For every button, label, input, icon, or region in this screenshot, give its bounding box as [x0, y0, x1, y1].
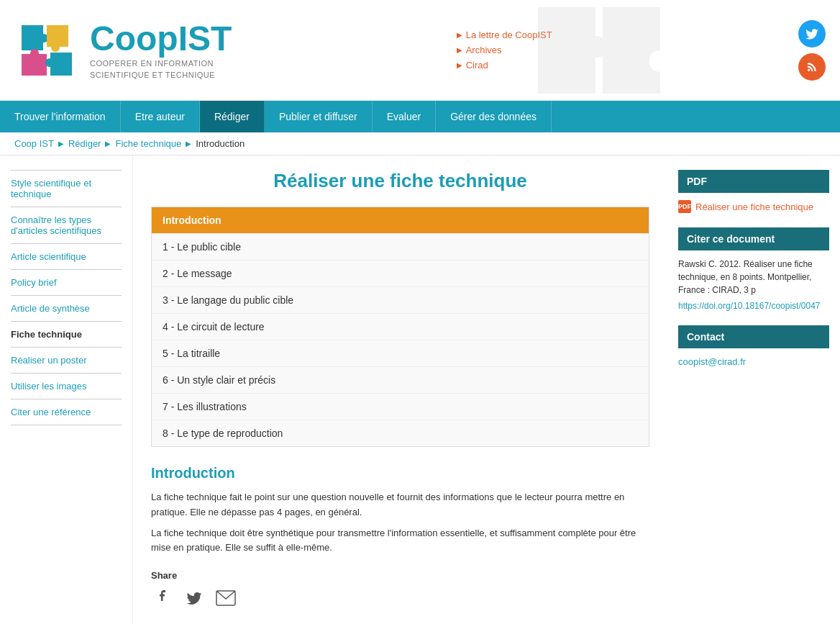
sidebar-item-images[interactable]: Utiliser les images [11, 374, 122, 399]
toc-item-2[interactable]: 2 - Le message [152, 261, 649, 287]
twitter-share-icon [186, 589, 203, 607]
sidebar-item-fiche[interactable]: Fiche technique [11, 322, 122, 348]
nav-item-publier[interactable]: Publier et diffuser [265, 101, 373, 132]
bc-link-fiche[interactable]: Fiche technique [115, 138, 181, 149]
toc-item-7[interactable]: 7 - Les illustrations [152, 394, 649, 420]
bc-link-rediger[interactable]: Rédiger [68, 138, 101, 149]
cite-box: Citer ce document Rawski C. 2012. Réalis… [678, 227, 829, 311]
twitter-button[interactable] [798, 20, 826, 48]
pdf-box-title: PDF [678, 170, 829, 193]
sidebar-item-style[interactable]: Style scientifique et technique [11, 170, 122, 207]
toc: Introduction 1 - Le public cible 2 - Le … [151, 207, 649, 447]
toc-item-1[interactable]: 1 - Le public cible [152, 234, 649, 261]
facebook-icon [154, 588, 171, 608]
pdf-link-label: Réaliser une fiche technique [695, 202, 813, 212]
contact-box: Contact coopist@cirad.fr [678, 325, 829, 367]
sidebar-item-article[interactable]: Article scientifique [11, 244, 122, 270]
toc-item-6[interactable]: 6 - Un style clair et précis [152, 367, 649, 394]
puzzle-logo-icon [14, 18, 79, 83]
header: CoopIST COOPERER EN INFORMATION SCIENTIF… [0, 0, 840, 101]
twitter-share-button[interactable] [183, 587, 206, 610]
nav-item-rediger[interactable]: Rédiger [200, 101, 265, 132]
twitter-icon [805, 27, 819, 41]
email-share-button[interactable] [214, 587, 237, 610]
logo-text: CoopIST COOPERER EN INFORMATION SCIENTIF… [90, 22, 232, 79]
bc-arrow-3: ▶ [186, 140, 191, 148]
sidebar-item-citer[interactable]: Citer une référence [11, 399, 122, 425]
tagline-line2: SCIENTIFIQUE ET TECHNIQUE [90, 71, 232, 79]
toc-item-4[interactable]: 4 - Le circuit de lecture [152, 314, 649, 340]
logo-coop: Coop [90, 19, 178, 58]
bc-current: Introduction [196, 138, 245, 149]
main-nav: Trouver l'information Etre auteur Rédige… [0, 101, 840, 132]
page-content: Réaliser une fiche technique Introductio… [133, 155, 667, 624]
bg-puzzle-icon [480, 0, 696, 101]
nav-item-auteur[interactable]: Etre auteur [121, 101, 200, 132]
share-icons [151, 587, 649, 610]
tagline-line1: COOPERER EN INFORMATION [90, 59, 232, 68]
share-section: Share [151, 570, 649, 610]
intro-text-2: La fiche technique doit être synthétique… [151, 526, 649, 556]
right-sidebar: PDF PDF Réaliser une fiche technique Cit… [667, 155, 840, 624]
logo-area: CoopIST COOPERER EN INFORMATION SCIENTIF… [14, 18, 232, 83]
toc-item-8[interactable]: 8 - Le type de reproduction [152, 420, 649, 446]
intro-title: Introduction [151, 465, 649, 481]
contact-box-title: Contact [678, 325, 829, 348]
arrow-icon-3: ▶ [457, 61, 462, 69]
pdf-box: PDF PDF Réaliser une fiche technique [678, 170, 829, 213]
sidebar-item-policy[interactable]: Policy brief [11, 270, 122, 296]
cite-box-title: Citer ce document [678, 227, 829, 250]
cite-text: Rawski C. 2012. Réaliser une fiche techn… [678, 258, 829, 297]
share-label: Share [151, 570, 649, 581]
rss-icon [805, 60, 818, 73]
bc-arrow-1: ▶ [58, 140, 64, 148]
page-title: Réaliser une fiche technique [151, 170, 649, 192]
pdf-download-link[interactable]: PDF Réaliser une fiche technique [678, 200, 829, 213]
arrow-icon-2: ▶ [457, 46, 462, 54]
sidebar-item-poster[interactable]: Réaliser un poster [11, 348, 122, 374]
site-name: CoopIST [90, 22, 232, 56]
bc-link-coopist[interactable]: Coop IST [14, 138, 54, 149]
rss-button[interactable] [798, 53, 826, 81]
contact-email-link[interactable]: coopist@cirad.fr [678, 356, 746, 367]
email-share-icon [216, 590, 236, 606]
toc-item-0[interactable]: Introduction [152, 207, 649, 234]
nav-item-evaluer[interactable]: Evaluer [373, 101, 436, 132]
toc-item-5[interactable]: 5 - La titraille [152, 340, 649, 367]
doi-link[interactable]: https://doi.org/10.18167/coopist/0047 [678, 301, 829, 311]
arrow-icon-1: ▶ [457, 31, 462, 39]
breadcrumb: Coop IST ▶ Rédiger ▶ Fiche technique ▶ I… [0, 132, 840, 155]
main-content: Style scientifique et technique Connaîtr… [0, 155, 840, 624]
social-icons-area [798, 20, 826, 81]
facebook-share-button[interactable] [151, 587, 174, 610]
intro-text-1: La fiche technique fait le point sur une… [151, 490, 649, 520]
toc-item-3[interactable]: 3 - Le langage du public cible [152, 287, 649, 314]
nav-item-gerer[interactable]: Gérer des données [436, 101, 552, 132]
sidebar-item-types[interactable]: Connaître les types d'articles scientifi… [11, 207, 122, 244]
logo-ist: IST [178, 19, 232, 58]
pdf-icon: PDF [678, 200, 691, 213]
bc-arrow-2: ▶ [105, 140, 111, 148]
nav-item-trouver[interactable]: Trouver l'information [0, 101, 121, 132]
sidebar: Style scientifique et technique Connaîtr… [0, 155, 133, 624]
sidebar-item-synthese[interactable]: Article de synthèse [11, 296, 122, 322]
